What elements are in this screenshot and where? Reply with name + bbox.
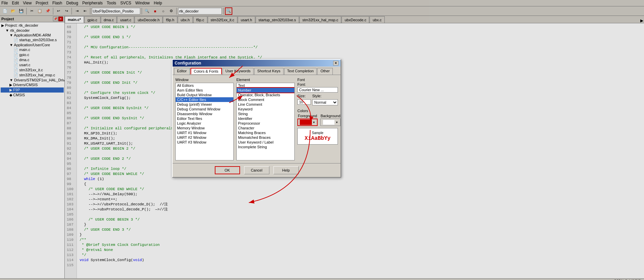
- indent-btn[interactable]: ⇥: [73, 7, 81, 15]
- tab-gpio-c[interactable]: gpio.c: [84, 16, 100, 23]
- tab-usart-c[interactable]: usart.c: [117, 16, 134, 23]
- tab-ubx-h[interactable]: ubx.h: [178, 16, 193, 23]
- dialog-help-btn[interactable]: Help: [273, 166, 299, 174]
- menu-view[interactable]: View: [23, 1, 32, 5]
- font-size-input[interactable]: [297, 99, 311, 105]
- tab-main-c[interactable]: main.c*: [65, 16, 84, 23]
- element-listbox[interactable]: Text Number Operator, Block, Brackets Bl…: [236, 83, 295, 160]
- tree-item-f9p[interactable]: ▶ F9P: [1, 87, 64, 93]
- tab-ubxdecode-h[interactable]: ubxDecode.h: [135, 16, 163, 23]
- tab-ubx-c[interactable]: ubx.c: [370, 16, 384, 23]
- project-close-btn[interactable]: ✕: [58, 17, 63, 21]
- menu-debug[interactable]: Debug: [66, 1, 78, 5]
- tab-usart-h[interactable]: usart.h: [238, 16, 255, 23]
- tab-dma-c[interactable]: dma.c: [101, 16, 117, 23]
- menu-project[interactable]: Project: [36, 1, 48, 5]
- window-item-cpp-editor[interactable]: C/C++ Editor files: [176, 97, 233, 102]
- window-item-uart1[interactable]: UART #1 Window: [176, 130, 233, 135]
- menu-flash[interactable]: Flash: [52, 1, 62, 5]
- dialog-close-btn[interactable]: ✕: [333, 61, 339, 66]
- search-icon-btn[interactable]: 🔍: [225, 7, 232, 15]
- window-item-debug-printf[interactable]: Debug (printf) Viewer: [176, 102, 233, 107]
- tab-f9p-c[interactable]: f9p.c: [193, 16, 207, 23]
- unindent-btn[interactable]: ⇤: [81, 7, 89, 15]
- element-item-preprocessor[interactable]: Preprocessor: [237, 121, 294, 126]
- cut-btn[interactable]: ✂: [28, 7, 35, 15]
- menu-file[interactable]: File: [1, 1, 8, 5]
- new-file-btn[interactable]: 📄: [1, 7, 9, 15]
- font-name-value[interactable]: Courier New ...: [297, 87, 338, 93]
- font-style-select[interactable]: Normal Bold Italic: [312, 99, 338, 105]
- dialog-cancel-btn[interactable]: Cancel: [244, 166, 269, 174]
- tree-item-user-core[interactable]: ▼ Application/User/Core: [1, 43, 64, 47]
- element-item-incomplete-string[interactable]: Incomplete String: [237, 145, 294, 149]
- code-editor[interactable]: /* USER CODE BEGIN 1 */ /* USER CODE END…: [77, 23, 644, 278]
- element-item-user-keyword[interactable]: User Keyword / Label: [237, 140, 294, 145]
- tree-item-cmsis-driv[interactable]: ▶ Drivers/CMSIS: [1, 82, 64, 87]
- tree-item-usart-c[interactable]: 📄 usart.c: [1, 62, 64, 68]
- window-item-editor-text[interactable]: Editor Text files: [176, 116, 233, 121]
- build-btn[interactable]: ■: [151, 7, 159, 15]
- tab-ubxdecode-c[interactable]: ubxDecode.c: [342, 16, 369, 23]
- open-btn[interactable]: 📂: [9, 7, 17, 15]
- undo-btn[interactable]: ↩: [55, 7, 62, 15]
- tab-scroll-btn[interactable]: ▶: [640, 18, 644, 23]
- redo-btn[interactable]: ↪: [63, 7, 70, 15]
- element-item-matching-braces[interactable]: Matching Braces: [237, 130, 294, 135]
- stop-btn[interactable]: ○: [159, 7, 167, 15]
- window-item-all-editors[interactable]: All Editors: [176, 83, 233, 88]
- copy-btn[interactable]: 📋: [36, 7, 43, 15]
- tree-item-cmsis[interactable]: ◆ CMSIS: [1, 93, 64, 98]
- element-item-number[interactable]: Number: [237, 88, 294, 93]
- element-item-mismatched-braces[interactable]: Mismatched Braces: [237, 135, 294, 140]
- project-pin-btn[interactable]: 📌: [53, 17, 58, 21]
- tree-item-hal-driv[interactable]: ▼ Drivers/STM32F1xx_HAL_Driv...: [1, 78, 64, 82]
- menu-svcs[interactable]: SVCS: [120, 1, 131, 5]
- window-item-logic-analyzer[interactable]: Logic Analyzer: [176, 121, 233, 126]
- element-item-line-comment[interactable]: Line Comment: [237, 102, 294, 107]
- dlg-tab-shortcut-keys[interactable]: Shortcut Keys: [254, 68, 283, 75]
- window-listbox[interactable]: All Editors Asm Editor files Build Outpu…: [175, 83, 234, 160]
- menu-help[interactable]: Help: [154, 1, 162, 5]
- dlg-tab-text-completion[interactable]: Text Completion: [284, 68, 317, 75]
- menu-edit[interactable]: Edit: [12, 1, 19, 5]
- debug-btn[interactable]: ⚙: [168, 7, 175, 15]
- dlg-tab-colors-fonts[interactable]: Colors & Fonts: [191, 68, 222, 75]
- tree-item-gpio-c[interactable]: 📄 gpio.c: [1, 52, 64, 57]
- window-item-debug-command[interactable]: Debug Command Window: [176, 107, 233, 111]
- target-combo[interactable]: [178, 8, 222, 15]
- menu-window[interactable]: Window: [135, 1, 150, 5]
- function-combo[interactable]: [92, 8, 140, 15]
- window-item-disassembly[interactable]: Disassembly Window: [176, 111, 233, 116]
- editor-content[interactable]: 6869707172737475767778798081828384858687…: [65, 23, 644, 278]
- tree-item-stm32-it[interactable]: 📄 stm32f1xx_it.c: [1, 68, 64, 73]
- tree-item-stm32-msp[interactable]: 📄 stm32f1xx_hal_msp.c: [1, 73, 64, 78]
- element-item-string[interactable]: String: [237, 111, 294, 116]
- tree-item-dma-c[interactable]: 📄 dma.c: [1, 57, 64, 62]
- tree-item-mdk-arm[interactable]: ▼ Application/MDK-ARM: [1, 33, 64, 37]
- menu-tools[interactable]: Tools: [107, 1, 116, 5]
- element-item-text[interactable]: Text: [237, 83, 294, 88]
- element-item-operator[interactable]: Operator, Block, Brackets: [237, 93, 294, 97]
- element-item-block-comment[interactable]: Block Comment: [237, 97, 294, 102]
- dialog-ok-btn[interactable]: OK: [215, 166, 240, 174]
- save-btn[interactable]: 💾: [18, 7, 25, 15]
- tab-stm32-it[interactable]: stm32f1xx_it.c: [208, 16, 237, 23]
- tree-item-project-root[interactable]: ▶ Project: rtk_decoder: [1, 23, 64, 28]
- tree-item-rtk-decoder[interactable]: ▼ rtk_decoder: [1, 28, 64, 33]
- tab-hal-msp[interactable]: stm32f1xx_hal_msp.c: [299, 16, 341, 23]
- find-btn[interactable]: 🔍: [143, 7, 151, 15]
- paste-btn[interactable]: 📌: [44, 7, 52, 15]
- menu-peripherals[interactable]: Peripherals: [82, 1, 103, 5]
- dlg-tab-other[interactable]: Other: [317, 68, 333, 75]
- element-item-character[interactable]: Character: [237, 126, 294, 130]
- tab-startup[interactable]: startup_stm32f103xe.s: [256, 16, 299, 23]
- tab-f9p-h[interactable]: f9p.h: [163, 16, 177, 23]
- element-item-keyword[interactable]: Keyword: [237, 107, 294, 111]
- window-item-uart3[interactable]: UART #3 Window: [176, 140, 233, 145]
- dlg-tab-user-keywords[interactable]: User Keywords: [223, 68, 254, 75]
- window-item-uart2[interactable]: UART #2 Window: [176, 135, 233, 140]
- background-color-btn[interactable]: ▼: [320, 119, 341, 126]
- tree-item-startup-s[interactable]: 📄 startup_stm32f103xe.s: [1, 37, 64, 43]
- window-item-memory[interactable]: Memory Window: [176, 126, 233, 130]
